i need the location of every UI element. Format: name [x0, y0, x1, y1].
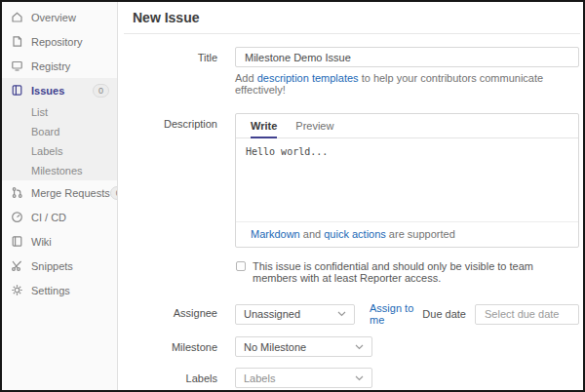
tab-write[interactable]: Write: [251, 114, 277, 137]
title-row: Title Add description templates to help …: [119, 47, 579, 96]
sidebar-item-label: List: [31, 106, 48, 118]
markdown-link[interactable]: Markdown: [251, 228, 300, 240]
gitlab-new-issue-page: Overview Repository Registry Issues 0: [0, 0, 585, 392]
description-label: Description: [119, 113, 217, 130]
labels-label: Labels: [119, 368, 217, 384]
sidebar-item-label: Repository: [31, 36, 83, 48]
milestone-label: Milestone: [119, 336, 217, 353]
monitor-icon: [11, 59, 23, 72]
labels-dropdown[interactable]: Labels: [235, 368, 372, 388]
labels-value: Labels: [244, 372, 275, 384]
project-sidebar: Overview Repository Registry Issues 0: [2, 2, 118, 390]
editor-footer: Markdown and quick actions are supported: [236, 221, 578, 247]
milestone-dropdown[interactable]: No Milestone: [235, 336, 372, 357]
title-field-area: Add description templates to help your c…: [235, 47, 579, 96]
chevron-down-icon: [355, 375, 364, 381]
sidebar-item-snippets[interactable]: Snippets: [2, 254, 117, 278]
footer-suffix-text: are supported: [386, 228, 455, 240]
quick-actions-link[interactable]: quick actions: [324, 228, 386, 240]
assignee-dropdown[interactable]: Unassigned: [235, 304, 355, 325]
chevron-down-icon: [355, 344, 364, 350]
labels-row: Labels Labels: [119, 368, 579, 388]
sidebar-item-label: Merge Requests: [31, 187, 110, 199]
new-issue-form: Title Add description templates to help …: [118, 34, 583, 388]
sidebar-item-milestones[interactable]: Milestones: [2, 161, 117, 180]
sidebar-item-label: CI / CD: [31, 212, 66, 223]
sidebar-item-label: Board: [31, 126, 59, 137]
scissors-icon: [11, 259, 23, 272]
sidebar-item-label: Wiki: [31, 236, 52, 248]
merge-requests-count-badge: 0: [110, 186, 118, 200]
sidebar-item-board[interactable]: Board: [2, 122, 117, 141]
title-label: Title: [119, 47, 217, 63]
milestone-field-area: No Milestone: [235, 336, 579, 357]
due-date-input[interactable]: [475, 304, 579, 325]
confidential-row: This issue is confidential and should on…: [119, 260, 579, 284]
sidebar-item-repository[interactable]: Repository: [2, 29, 117, 54]
sidebar-item-label: Milestones: [31, 165, 83, 176]
title-helper-text: Add description templates to help your c…: [235, 72, 579, 96]
title-input[interactable]: [235, 47, 579, 67]
confidential-checkbox-label[interactable]: This issue is confidential and should on…: [235, 260, 579, 284]
sidebar-item-settings[interactable]: Settings: [2, 278, 117, 302]
book-icon: [11, 235, 23, 248]
helper-prefix: Add: [235, 72, 257, 84]
description-editor: Write Preview Hello world... Markdown an…: [235, 113, 579, 248]
sidebar-item-list[interactable]: List: [2, 102, 117, 122]
confidential-label-spacer: [119, 260, 217, 265]
sidebar-item-overview[interactable]: Overview: [2, 5, 117, 29]
description-field-area: Write Preview Hello world... Markdown an…: [235, 113, 579, 248]
sidebar-item-issues[interactable]: Issues 0: [2, 78, 117, 102]
assignee-label: Assignee: [119, 302, 217, 319]
assignee-field-area: Unassigned Assign to me Due date: [235, 302, 579, 326]
labels-field-area: Labels: [235, 368, 579, 388]
sidebar-item-registry[interactable]: Registry: [2, 54, 117, 78]
assignee-value: Unassigned: [244, 308, 300, 320]
main-content: New Issue Title Add description template…: [118, 2, 583, 390]
home-icon: [11, 11, 23, 23]
milestone-row: Milestone No Milestone: [119, 336, 579, 357]
footer-mid-text: and: [300, 228, 324, 240]
milestone-value: No Milestone: [244, 341, 306, 353]
merge-request-icon: [11, 186, 23, 199]
confidential-checkbox[interactable]: [236, 261, 246, 271]
sidebar-item-label: Labels: [31, 145, 62, 157]
page-title: New Issue: [124, 2, 580, 34]
sidebar-item-label: Snippets: [31, 260, 73, 272]
confidential-field-area: This issue is confidential and should on…: [235, 260, 579, 284]
assign-to-me-link[interactable]: Assign to me: [370, 302, 422, 326]
tab-preview[interactable]: Preview: [295, 114, 333, 137]
confidential-text: This issue is confidential and should on…: [253, 260, 579, 284]
gauge-icon: [11, 211, 23, 223]
issues-count-badge: 0: [93, 84, 109, 98]
sidebar-item-ci-cd[interactable]: CI / CD: [2, 205, 117, 229]
gear-icon: [11, 284, 23, 296]
sidebar-group-issues: Issues 0 List Board Labels Milestones: [2, 78, 117, 180]
chevron-down-icon: [337, 311, 346, 317]
due-date-label: Due date: [422, 308, 466, 320]
sidebar-item-label: Issues: [31, 85, 64, 97]
sidebar-item-merge-requests[interactable]: Merge Requests 0: [2, 180, 117, 205]
issues-icon: [11, 84, 23, 97]
document-icon: [11, 35, 23, 48]
description-row: Description Write Preview Hello world...…: [119, 113, 579, 248]
sidebar-item-label: Settings: [31, 285, 70, 296]
editor-tabs: Write Preview: [236, 114, 578, 138]
assignee-row: Assignee Unassigned Assign to me Due dat…: [119, 302, 579, 326]
description-textarea[interactable]: Hello world...: [236, 138, 578, 221]
sidebar-item-label: Registry: [31, 60, 70, 72]
sidebar-item-wiki[interactable]: Wiki: [2, 229, 117, 254]
description-templates-link[interactable]: description templates: [257, 72, 359, 84]
sidebar-item-label: Overview: [31, 12, 76, 23]
sidebar-item-labels[interactable]: Labels: [2, 141, 117, 161]
